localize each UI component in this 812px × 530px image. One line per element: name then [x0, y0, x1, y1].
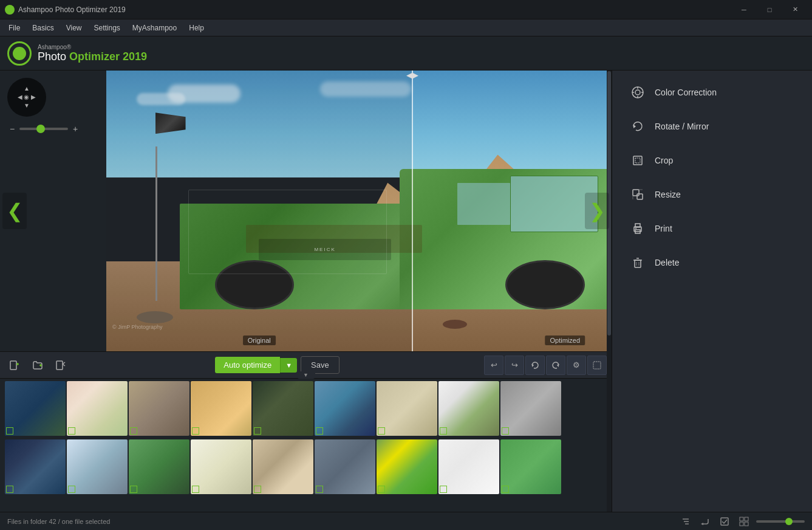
- pan-arrows: ▲ ◀ ◉ ▶ ▼: [18, 84, 36, 110]
- thumb-check-2[interactable]: [68, 427, 75, 435]
- thumb-check-16[interactable]: [378, 486, 385, 493]
- menu-view[interactable]: View: [60, 19, 88, 36]
- thumb-check-12[interactable]: [130, 486, 137, 493]
- thumbnail-10[interactable]: [5, 439, 66, 494]
- minimize-button[interactable]: ─: [732, 1, 756, 18]
- menu-settings[interactable]: Settings: [87, 19, 126, 36]
- sort-button[interactable]: [678, 514, 693, 529]
- redo-button[interactable]: ↪: [505, 356, 524, 375]
- svg-point-29: [635, 228, 636, 229]
- thumbnail-8[interactable]: [438, 381, 499, 436]
- thumb-check-15[interactable]: [316, 486, 323, 493]
- split-line[interactable]: [412, 71, 413, 351]
- delete-button[interactable]: Delete: [617, 247, 807, 278]
- undo-button[interactable]: ↩: [484, 356, 503, 375]
- rotate-right-button[interactable]: [546, 356, 565, 375]
- menubar: File Basics View Settings MyAshampoo Hel…: [0, 19, 812, 36]
- size-slider-track[interactable]: [756, 520, 805, 523]
- thumbnail-9[interactable]: [500, 381, 561, 436]
- thumbnail-11[interactable]: [67, 439, 128, 494]
- thumb-check-11[interactable]: [68, 486, 75, 493]
- grid-button[interactable]: [737, 514, 751, 529]
- resize-label: Resize: [655, 190, 681, 199]
- thumb-check-1[interactable]: [6, 427, 13, 435]
- thumbnail-6[interactable]: [315, 381, 375, 436]
- return-button[interactable]: [698, 514, 712, 529]
- color-correction-button[interactable]: Color Correction: [617, 77, 807, 108]
- menu-myashampoo[interactable]: MyAshampoo: [126, 19, 183, 36]
- rotate-left-button[interactable]: [525, 356, 545, 375]
- thumbnail-15[interactable]: [315, 439, 375, 494]
- thumbnail-7[interactable]: [377, 381, 437, 436]
- menu-basics[interactable]: Basics: [26, 19, 60, 36]
- thumb-check-17[interactable]: [440, 486, 447, 493]
- brand-name: Ashampoo®: [38, 44, 147, 50]
- close-button[interactable]: ✕: [783, 1, 807, 18]
- maximize-button[interactable]: □: [757, 1, 782, 18]
- statusbar: Files in folder 42 / one file selected: [0, 512, 812, 530]
- check-button[interactable]: [717, 514, 732, 529]
- thumbnail-14[interactable]: [253, 439, 313, 494]
- thumbnail-3[interactable]: [129, 381, 189, 436]
- thumb-check-7[interactable]: [378, 427, 385, 435]
- split-right-arrow[interactable]: ▶: [412, 71, 418, 80]
- auto-optimize-dropdown[interactable]: ▼: [280, 358, 297, 373]
- thumbnail-2[interactable]: [67, 381, 128, 436]
- thumb-scrollbar[interactable]: [607, 378, 612, 512]
- crop-label: Crop: [655, 156, 673, 165]
- thumb-check-6[interactable]: [316, 427, 323, 435]
- thumbnail-1[interactable]: [5, 381, 66, 436]
- next-image-button[interactable]: ❯: [585, 193, 609, 229]
- thumb-check-5[interactable]: [254, 427, 261, 435]
- pan-control[interactable]: ▲ ◀ ◉ ▶ ▼: [7, 78, 46, 117]
- thumb-check-18[interactable]: [502, 486, 509, 493]
- menu-help[interactable]: Help: [183, 19, 210, 36]
- auto-optimize-button[interactable]: Auto optimize: [215, 357, 280, 373]
- thumb-check-3[interactable]: [130, 427, 137, 435]
- logobar: Ashampoo® Photo Optimizer 2019: [0, 36, 812, 71]
- print-button[interactable]: Print: [617, 213, 807, 244]
- zoom-thumb[interactable]: [36, 125, 45, 133]
- thumbnail-16[interactable]: [377, 439, 437, 494]
- add-file-button[interactable]: [5, 356, 24, 375]
- settings-icon-button[interactable]: ⚙: [567, 356, 586, 375]
- thumbnail-18[interactable]: [500, 439, 561, 494]
- rotate-mirror-icon: [629, 118, 646, 135]
- crop-icon: [629, 152, 646, 169]
- svg-rect-30: [635, 260, 641, 267]
- rotate-mirror-button[interactable]: Rotate / Mirror: [617, 111, 807, 142]
- collapse-thumbnails-button[interactable]: ▼: [297, 371, 315, 379]
- thumb-check-14[interactable]: [254, 486, 261, 493]
- thumbnail-5[interactable]: [253, 381, 313, 436]
- thumbnail-17[interactable]: [438, 439, 499, 494]
- thumbnail-12[interactable]: [129, 439, 189, 494]
- thumb-check-9[interactable]: [502, 427, 509, 435]
- thumbnail-4[interactable]: [191, 381, 251, 436]
- right-panel: Color Correction Rotate / Mirror: [612, 71, 812, 512]
- svg-rect-23: [637, 194, 643, 199]
- size-slider-thumb[interactable]: [785, 518, 793, 525]
- prev-image-button[interactable]: ❮: [2, 193, 27, 229]
- delete-icon: [629, 254, 646, 271]
- select-mode-button[interactable]: [587, 356, 607, 375]
- thumb-check-13[interactable]: [192, 486, 199, 493]
- thumbnail-13[interactable]: [191, 439, 251, 494]
- clear-button[interactable]: [51, 356, 70, 375]
- zoom-plus-button[interactable]: +: [70, 124, 80, 134]
- crop-button[interactable]: Crop: [617, 145, 807, 176]
- thumb-check-8[interactable]: [440, 427, 447, 435]
- zoom-track[interactable]: [19, 128, 68, 130]
- svg-rect-21: [635, 158, 640, 163]
- status-controls: [678, 514, 805, 529]
- svg-rect-12: [593, 362, 601, 369]
- zoom-minus-button[interactable]: −: [7, 124, 17, 134]
- thumb-check-4[interactable]: [192, 427, 199, 435]
- split-left-arrow[interactable]: ◀: [406, 71, 412, 80]
- resize-button[interactable]: Resize: [617, 179, 807, 210]
- print-label: Print: [655, 224, 672, 233]
- title-text: Ashampoo Photo Optimizer 2019: [18, 5, 732, 14]
- thumb-check-10[interactable]: [6, 486, 13, 493]
- menu-file[interactable]: File: [2, 19, 26, 36]
- add-folder-button[interactable]: [28, 356, 47, 375]
- viewer-panel: ▲ ◀ ◉ ▶ ▼ − + ❮: [0, 71, 612, 512]
